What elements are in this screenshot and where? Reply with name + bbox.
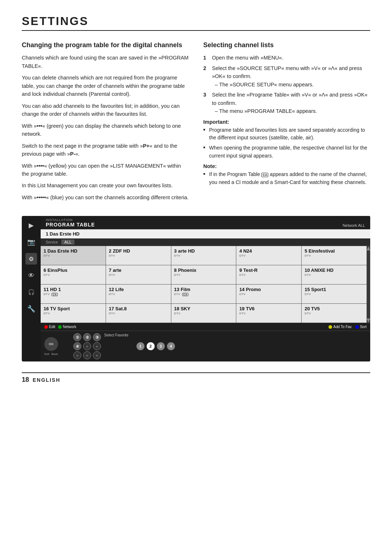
active-num-4: 4 [167,342,175,350]
num-btn-1[interactable]: ① [73,333,81,341]
left-para-7: In this List Management you can create y… [22,181,189,189]
channel-name: 1 Das Erste HD [44,248,103,254]
tv-channel-cell[interactable]: 8 PhoenixDTV [171,265,236,284]
tv-service-label: Service [46,240,58,244]
remote-ok-button[interactable]: OK [44,337,58,351]
channel-name: 6 EinsPlus [44,267,103,273]
channel-name: 10 ANIXE HD [305,267,364,273]
right-column: Selecting channel lists 1 Open the menu … [203,41,370,205]
btn-add-fav[interactable]: Add To Fav. [328,325,352,329]
left-para-2: You can delete channels which are not re… [22,74,189,98]
tv-channels-grid: 1 Das Erste HDDTV2 ZDF HDDTV3 arte HDDTV… [41,246,367,323]
left-column: Changing the program table for the digit… [22,41,189,205]
tv-network-label: Network ALL [343,223,365,228]
channel-name: 20 TV5 [305,306,364,311]
channel-name: 4 N24 [239,248,298,254]
num-btn-9[interactable]: ○ [93,351,101,359]
sidebar-icon-play[interactable]: ▶ [25,220,37,231]
tv-scrollbar[interactable] [367,246,370,323]
tv-channel-cell[interactable]: 9 Test-RDTV [236,265,301,284]
tv-table-title: Program Table [46,222,95,228]
sidebar-icon-settings[interactable]: ⚙ [25,253,37,265]
channel-type: DTV CA [44,293,103,296]
left-para-5: Switch to the next page in the programe … [22,142,189,158]
tv-channel-cell[interactable]: 5 EinsfestivalDTV [302,246,367,265]
num-btn-8[interactable]: ○ [83,351,91,359]
num-btn-5[interactable]: ○ [83,342,91,350]
num-btn-7[interactable]: ○ [73,351,81,359]
tv-channels-grid-wrap: 1 Das Erste HDDTV2 ZDF HDDTV3 arte HDDTV… [41,246,367,323]
note-bullet-1: If in the Program Table CA appears added… [203,171,370,186]
tv-channel-cell[interactable]: 10 ANIXE HDDTV [302,265,367,284]
channel-type: DTV [305,293,364,296]
num-btn-4[interactable]: ④ [73,342,81,350]
channel-name: 8 Phoenix [174,267,233,273]
left-para-8: With »•••••« (blue) you can sort the cha… [22,193,189,201]
page-title: SETTINGS [22,15,370,31]
sidebar-icon-tool[interactable]: 🔧 [25,303,37,315]
tv-channel-cell[interactable]: 1 Das Erste HDDTV [41,246,106,265]
tv-channel-cell[interactable]: 3 arte HDDTV [171,246,236,265]
scroll-up-icon[interactable] [367,246,370,250]
right-section-heading: Selecting channel lists [203,41,370,49]
ca-badge: CA [182,293,188,296]
tv-channel-cell[interactable]: 18 SKYDTV [171,304,236,323]
channel-type: DTV [44,254,103,257]
tv-channel-cell[interactable]: 4 N24DTV [236,246,301,265]
btn-sort[interactable]: Sort [355,325,367,329]
channel-type: DTV [305,312,364,315]
footer-page-number: 18 [22,376,29,384]
ca-badge: CA [52,293,58,296]
active-numbers-area: 1 2 3 4 [136,342,175,350]
sidebar-icon-headphone[interactable]: 🎧 [25,286,37,298]
tv-channel-cell[interactable]: 15 Sport1DTV [302,285,367,303]
sidebar-icon-camera[interactable]: 📷 [25,236,37,248]
tv-channel-cell[interactable]: 13 FilmDTV CA [171,285,236,303]
channel-type: DTV [174,254,233,257]
channel-name: 5 Einsfestival [305,248,364,254]
channel-type: DTV [174,273,233,277]
btn-edit[interactable]: Edit [44,325,55,329]
num-btn-6[interactable]: ○ [93,342,101,350]
steps-list: 1 Open the menu with »MENU«. 2 Select th… [203,54,370,115]
tv-channel-cell[interactable]: 16 TV SportDTV [41,304,106,323]
channel-type: DTV [109,273,168,277]
important-label: Important: [203,119,370,125]
channel-name: 15 Sport1 [305,287,364,292]
channel-name: 18 SKY [174,306,233,311]
tv-channel-cell[interactable]: 7 arteDTV [106,265,171,284]
channel-name: 9 Test-R [239,267,298,273]
tv-channel-cell[interactable]: 19 TV6DTV [236,304,301,323]
num-btn-3[interactable]: ③ [93,333,101,341]
tv-selected-channel: 1 Das Erste HD [41,229,370,238]
btn-network[interactable]: Network [58,325,76,329]
btn-network-label: Network [63,325,76,329]
left-para-3: You can also add channels to the favouri… [22,102,189,118]
channel-type: DTV [109,254,168,257]
main-columns: Changing the program table for the digit… [22,41,370,205]
number-row-2: ④ ○ ○ [73,342,101,350]
sidebar-icon-eye[interactable]: 👁 [25,270,37,281]
page-footer: 18 English [22,372,370,384]
scroll-down-icon[interactable] [367,318,370,323]
channel-name: 3 arte HD [174,248,233,254]
note-bullets: If in the Program Table CA appears added… [203,171,370,186]
channel-name: 16 TV Sport [44,306,103,311]
tv-channel-cell[interactable]: 17 Sat.8DTV [106,304,171,323]
tv-channel-cell[interactable]: 2 ZDF HDDTV [106,246,171,265]
tv-channel-cell[interactable]: 6 EinsPlusDTV [41,265,106,284]
num-btn-2[interactable]: ② [83,333,91,341]
tv-channel-cell[interactable]: 14 PromoDTV [236,285,301,303]
btn-sort-label: Sort [360,325,367,329]
tv-header: Installation Program Table Network ALL [41,216,370,229]
tv-channel-cell[interactable]: 20 TV5DTV [302,304,367,323]
tv-channel-cell[interactable]: 11 HD 1DTV CA [41,285,106,303]
left-section-heading: Changing the program table for the digit… [22,41,189,49]
step-3: 3 Select the line »Programe Table« with … [203,91,370,115]
tv-channel-cell[interactable]: 12 LifeDTV [106,285,171,303]
channel-type: DTV [109,312,168,315]
yellow-dot [328,325,332,329]
tv-service-tab: ALL [61,240,74,245]
tv-channels-area: 1 Das Erste HDDTV2 ZDF HDDTV3 arte HDDTV… [41,246,370,323]
tv-service-bar: Service ALL [41,238,370,246]
